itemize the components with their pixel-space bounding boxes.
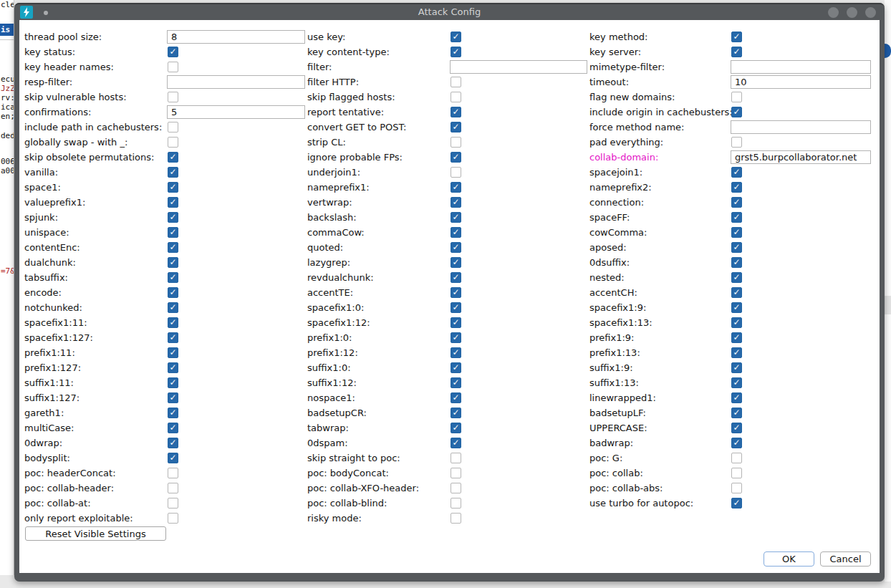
checkbox[interactable] [731, 242, 742, 253]
checkbox[interactable] [451, 453, 461, 463]
checkbox[interactable] [451, 513, 461, 524]
checkbox[interactable] [168, 362, 178, 373]
checkbox[interactable] [451, 197, 461, 208]
checkbox[interactable] [451, 137, 461, 148]
checkbox[interactable] [451, 257, 461, 268]
checkbox[interactable] [168, 408, 178, 418]
checkbox[interactable] [451, 47, 461, 57]
checkbox[interactable] [168, 272, 178, 283]
checkbox[interactable] [731, 392, 742, 403]
checkbox[interactable] [168, 137, 178, 148]
checkbox[interactable] [451, 377, 461, 388]
checkbox[interactable] [731, 92, 742, 102]
checkbox[interactable] [168, 92, 178, 102]
checkbox[interactable] [731, 272, 742, 283]
checkbox[interactable] [451, 227, 461, 238]
text-field[interactable] [167, 105, 305, 119]
checkbox[interactable] [731, 47, 742, 57]
checkbox[interactable] [451, 92, 461, 102]
checkbox[interactable] [451, 32, 461, 42]
checkbox[interactable] [451, 392, 461, 403]
checkbox[interactable] [731, 302, 742, 313]
checkbox[interactable] [451, 212, 461, 223]
checkbox[interactable] [451, 423, 461, 433]
checkbox[interactable] [451, 438, 461, 448]
checkbox[interactable] [168, 287, 178, 298]
ok-button[interactable]: OK [764, 551, 814, 567]
checkbox[interactable] [731, 287, 742, 298]
checkbox[interactable] [168, 152, 178, 163]
text-field[interactable] [450, 60, 587, 74]
checkbox[interactable] [451, 287, 461, 298]
checkbox[interactable] [168, 423, 178, 433]
checkbox[interactable] [731, 137, 742, 148]
checkbox[interactable] [731, 332, 742, 343]
checkbox[interactable] [731, 167, 742, 178]
window-maximize-button[interactable] [847, 7, 857, 18]
checkbox[interactable] [168, 257, 178, 268]
checkbox[interactable] [731, 107, 742, 117]
checkbox[interactable] [451, 302, 461, 313]
checkbox[interactable] [451, 77, 461, 87]
text-field[interactable] [731, 75, 871, 89]
checkbox[interactable] [731, 438, 742, 448]
checkbox[interactable] [731, 453, 742, 463]
checkbox[interactable] [731, 483, 742, 493]
checkbox[interactable] [168, 212, 178, 223]
checkbox[interactable] [168, 347, 178, 358]
checkbox[interactable] [168, 62, 178, 72]
checkbox[interactable] [168, 392, 178, 403]
text-field[interactable] [731, 60, 871, 74]
checkbox[interactable] [731, 468, 742, 478]
window-close-button[interactable] [865, 7, 876, 18]
cancel-button[interactable]: Cancel [820, 551, 871, 567]
checkbox[interactable] [731, 423, 742, 433]
checkbox[interactable] [731, 227, 742, 238]
checkbox[interactable] [168, 227, 178, 238]
checkbox[interactable] [451, 242, 461, 253]
checkbox[interactable] [168, 317, 178, 328]
checkbox[interactable] [731, 257, 742, 268]
dialog-titlebar[interactable]: Attack Config [14, 3, 885, 20]
checkbox[interactable] [451, 122, 461, 132]
text-field[interactable] [731, 120, 871, 134]
checkbox[interactable] [451, 107, 461, 117]
checkbox[interactable] [451, 468, 461, 478]
checkbox[interactable] [731, 182, 742, 193]
checkbox[interactable] [168, 242, 178, 253]
checkbox[interactable] [168, 47, 178, 57]
checkbox[interactable] [168, 332, 178, 343]
checkbox[interactable] [451, 362, 461, 373]
window-minimize-button[interactable] [828, 7, 839, 18]
checkbox[interactable] [731, 362, 742, 373]
text-field[interactable] [167, 75, 305, 89]
checkbox[interactable] [168, 438, 178, 448]
checkbox[interactable] [731, 212, 742, 223]
checkbox[interactable] [451, 332, 461, 343]
checkbox[interactable] [451, 152, 461, 163]
checkbox[interactable] [168, 167, 178, 178]
checkbox[interactable] [168, 468, 178, 478]
checkbox[interactable] [168, 453, 178, 463]
checkbox[interactable] [731, 408, 742, 418]
reset-visible-settings-button[interactable]: Reset Visible Settings [25, 526, 166, 541]
checkbox[interactable] [731, 317, 742, 328]
checkbox[interactable] [731, 377, 742, 388]
checkbox[interactable] [168, 483, 178, 493]
checkbox[interactable] [451, 498, 461, 509]
checkbox[interactable] [451, 483, 461, 493]
checkbox[interactable] [168, 513, 178, 524]
checkbox[interactable] [731, 197, 742, 208]
checkbox[interactable] [451, 408, 461, 418]
text-field[interactable] [167, 30, 305, 44]
checkbox[interactable] [731, 498, 742, 509]
checkbox[interactable] [168, 498, 178, 509]
checkbox[interactable] [168, 377, 178, 388]
checkbox[interactable] [168, 182, 178, 193]
checkbox[interactable] [168, 197, 178, 208]
checkbox[interactable] [731, 32, 742, 42]
checkbox[interactable] [168, 302, 178, 313]
checkbox[interactable] [168, 122, 178, 132]
checkbox[interactable] [731, 347, 742, 358]
checkbox[interactable] [451, 317, 461, 328]
